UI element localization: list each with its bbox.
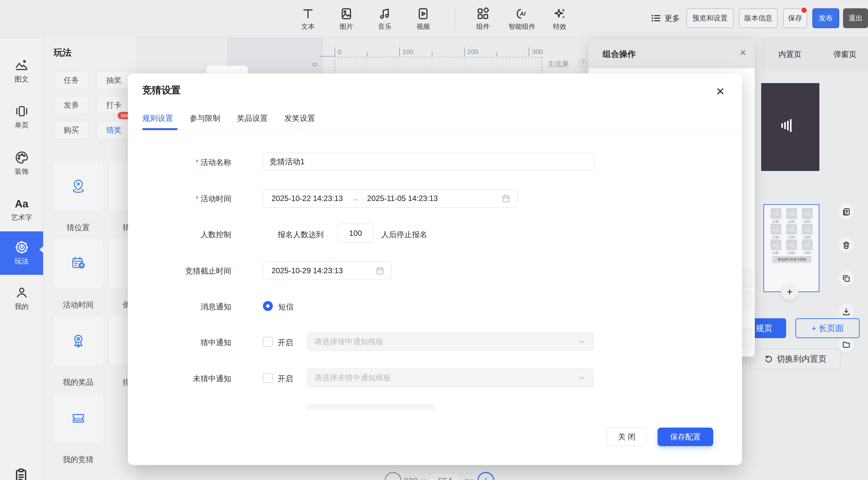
ruler-tick — [464, 47, 465, 56]
canvas-height-input[interactable] — [430, 473, 461, 480]
publish-button[interactable]: 发布 — [812, 8, 839, 28]
toolbar-divider — [455, 8, 456, 30]
play-type-purchase[interactable]: 购买 — [54, 121, 89, 139]
activity-name-input[interactable] — [263, 153, 594, 170]
sms-radio[interactable] — [263, 301, 273, 311]
page-thumbnail-selected[interactable]: 位置1 位置2 位置3 位置4 位置5 位置6 位置7 位置8 位置9 请选择位… — [764, 204, 819, 292]
dark-page-preview[interactable] — [761, 83, 819, 171]
label-text: 人数控制 — [200, 230, 231, 239]
copy-doc-button[interactable] — [838, 204, 854, 220]
card-label: 我的奖品 — [53, 377, 104, 387]
panel-title: 玩法 — [54, 47, 72, 59]
thumb-select-position-button[interactable]: 请选择位置参与竞猜 — [772, 256, 811, 263]
download-icon — [842, 307, 851, 316]
duplicate-page-button[interactable] — [838, 270, 854, 286]
add-long-page-button[interactable]: + 长页面 — [796, 318, 860, 338]
play-type-checkin[interactable]: 打卡 — [96, 96, 131, 114]
card-guess-position[interactable] — [53, 161, 104, 211]
trash-icon — [842, 241, 851, 249]
required-mark: * — [196, 158, 198, 167]
sidebar-item-single-page[interactable]: 单页 — [0, 95, 43, 139]
sidebar-item-play[interactable]: 玩法 — [0, 231, 43, 275]
download-page-button[interactable] — [838, 304, 854, 319]
max-count-input[interactable] — [338, 224, 373, 243]
deadline-picker[interactable]: 2025-10-29 14:23:13 — [263, 262, 392, 280]
win-template-select[interactable]: 请选择猜中通知模板 — [307, 332, 594, 351]
version-info-button[interactable]: 版本信息 — [739, 8, 778, 28]
tab-participation-limit[interactable]: 参与限制 — [190, 113, 220, 123]
tab-popup-page[interactable]: 弹窗页 — [833, 49, 857, 60]
play-type-task[interactable]: 任务 — [54, 71, 89, 89]
zoom-in-button[interactable]: + — [477, 472, 494, 480]
duplicate-icon — [842, 274, 851, 283]
tabs-divider — [128, 130, 742, 130]
artboard-gridline — [432, 58, 432, 74]
tool-text[interactable]: 文本 — [291, 3, 324, 35]
tab-builtin-page[interactable]: 内置页 — [778, 49, 802, 60]
tool-music[interactable]: 音乐 — [368, 3, 401, 35]
modal-close-icon[interactable]: ✕ — [716, 85, 725, 98]
tool-label: 视频 — [416, 22, 430, 31]
save-config-button[interactable]: 保存配置 — [657, 427, 713, 446]
save-unsaved-dot — [802, 8, 807, 13]
lose-template-select[interactable]: 请选择未猜中通知模板 — [307, 369, 594, 387]
calendar-icon — [501, 194, 511, 203]
card-my-prizes[interactable] — [53, 315, 104, 366]
tool-video[interactable]: 视频 — [406, 3, 440, 35]
count-checkbox-label: 报名人数达到 — [278, 230, 324, 240]
tool-image[interactable]: 图片 — [330, 3, 363, 35]
sidebar-item-decoration[interactable]: 装饰 — [0, 142, 43, 185]
tool-ai-components[interactable]: AI 智能组件 — [503, 3, 541, 35]
help-icon[interactable]: ? — [579, 59, 587, 67]
left-nav-rail: 图文 单页 装饰 Aa 艺术字 玩法 我的 — [0, 38, 43, 480]
document-copy-icon — [842, 207, 851, 216]
tool-label: 智能组件 — [508, 22, 535, 31]
card-my-guesses[interactable] — [53, 392, 104, 443]
image-text-icon — [14, 58, 29, 73]
sms-radio-label: 短信 — [278, 302, 293, 312]
delete-page-button[interactable] — [838, 237, 854, 253]
ruler-tick-minor — [432, 52, 432, 56]
field-label-message-notify: 消息通知 — [129, 302, 231, 312]
tab-prize-settings[interactable]: 奖品设置 — [237, 113, 268, 123]
play-type-lottery[interactable]: 抽奖 — [96, 71, 131, 89]
tab-rule-settings[interactable]: 规则设置 — [142, 113, 173, 123]
zoom-out-button[interactable]: − — [385, 472, 401, 480]
folder-button[interactable] — [838, 337, 854, 352]
tool-label: 音乐 — [378, 22, 392, 31]
start-datetime: 2025-10-22 14:23:13 — [272, 194, 343, 203]
activity-time-range-picker[interactable]: 2025-10-22 14:23:13 → 2025-11-05 14:23:1… — [263, 189, 518, 208]
medal-icon — [70, 332, 87, 349]
play-type-coupon[interactable]: 发券 — [54, 96, 89, 114]
top-toolbar: 文本 图片 音乐 视频 组件 AI 智能组件 特效 更多 预览和设置 版本信息 … — [0, 0, 868, 38]
card-activity-time[interactable] — [53, 238, 104, 288]
select-placeholder: 请选择猜中通知模板 — [314, 337, 383, 347]
tool-components[interactable]: 组件 — [466, 3, 500, 35]
label-text: 未猜中通知 — [193, 374, 231, 383]
field-label-activity-name: *活动名称 — [129, 157, 231, 167]
more-button[interactable]: 更多 — [650, 12, 680, 24]
artboard-gridline — [496, 58, 497, 74]
sidebar-item-mine[interactable]: 我的 — [0, 277, 43, 320]
lose-toggle-label: 开启 — [278, 374, 293, 384]
win-notify-checkbox[interactable] — [263, 337, 273, 347]
tool-effects[interactable]: 特效 — [543, 3, 576, 35]
switch-to-builtin-button[interactable]: 切换到内置页 — [750, 349, 840, 369]
play-type-guess[interactable]: 猜奖 — [96, 121, 131, 139]
tool-label: 组件 — [476, 22, 490, 31]
field-label-lose-notify: 未猜中通知 — [129, 374, 231, 384]
add-page-button[interactable]: + — [781, 283, 798, 300]
tab-award-settings[interactable]: 发奖设置 — [284, 113, 315, 123]
lose-notify-checkbox[interactable] — [263, 373, 273, 383]
sidebar-item-art-text[interactable]: Aa 艺术字 — [0, 188, 43, 231]
sidebar-item-image-text[interactable]: 图文 — [0, 49, 43, 93]
modal-close-button[interactable]: 关 闭 — [607, 427, 647, 446]
label-text: 猜中通知 — [200, 338, 231, 347]
clipboard-icon[interactable] — [13, 467, 29, 480]
thumb-slot: 位置2 — [784, 208, 799, 224]
exit-button[interactable]: 退出 — [843, 8, 868, 28]
preview-settings-button[interactable]: 预览和设置 — [686, 8, 734, 28]
combo-close-icon[interactable]: ✕ — [739, 48, 746, 58]
single-page-icon — [14, 104, 29, 118]
times-glyph: × — [421, 476, 426, 480]
